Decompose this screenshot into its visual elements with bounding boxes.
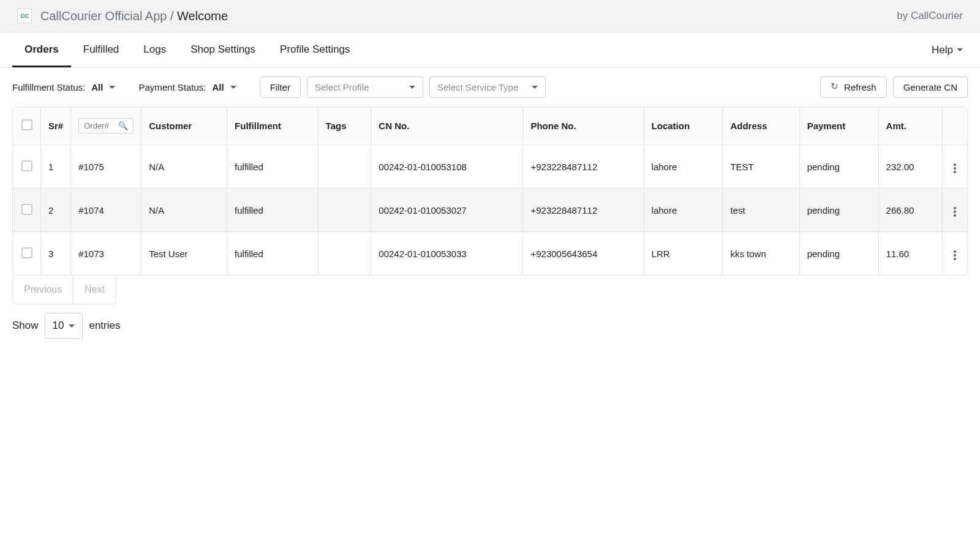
col-header-phone: Phone No. <box>523 107 644 145</box>
row-actions-menu[interactable] <box>951 161 959 176</box>
search-icon: 🔍 <box>118 121 128 130</box>
caret-down-icon <box>409 86 415 89</box>
table-row: 1 #1075 N/A fulfilled 00242-01-010053108… <box>13 145 967 189</box>
app-logo: CC <box>17 9 32 23</box>
cell-address: TEST <box>723 145 799 189</box>
cell-phone: +923005643654 <box>523 232 644 275</box>
breadcrumb: CallCourier Official App / Welcome <box>40 9 897 23</box>
col-header-fulfillment: Fulfillment <box>227 107 318 145</box>
table-row: 3 #1073 Test User fulfilled 00242-01-010… <box>13 232 967 275</box>
refresh-icon <box>831 83 839 92</box>
tab-shop-settings[interactable]: Shop Settings <box>178 32 268 67</box>
cell-phone: +923228487112 <box>523 189 644 232</box>
orders-table: Sr# 🔍 Customer Fulfillment Tags CN No. P… <box>12 107 968 276</box>
help-dropdown[interactable]: Help <box>927 38 968 62</box>
col-header-amt: Amt. <box>879 107 943 145</box>
cell-sr: 1 <box>41 145 71 189</box>
entries-row: Show 10 entries <box>0 304 980 347</box>
col-header-payment: Payment <box>800 107 879 145</box>
order-search-input[interactable] <box>84 121 115 130</box>
row-checkbox[interactable] <box>21 160 32 171</box>
cell-order: #1073 <box>71 232 141 275</box>
cell-fulfillment: fulfilled <box>227 189 318 232</box>
help-label: Help <box>932 44 953 56</box>
col-header-customer: Customer <box>141 107 227 145</box>
tab-fulfilled[interactable]: Fulfilled <box>71 32 132 67</box>
fulfillment-status-dropdown[interactable]: Fulfillment Status: All <box>12 82 115 92</box>
cell-sr: 2 <box>41 189 71 232</box>
refresh-button[interactable]: Refresh <box>820 77 887 98</box>
page-title: Welcome <box>177 9 228 23</box>
show-suffix: entries <box>89 320 120 332</box>
caret-down-icon <box>957 48 963 51</box>
tab-profile-settings[interactable]: Profile Settings <box>268 32 362 67</box>
cell-cn: 00242-01-010053027 <box>371 189 523 232</box>
pagination: Previous Next <box>12 276 116 304</box>
cell-address: test <box>723 189 799 232</box>
cell-tags <box>318 232 372 275</box>
cell-cn: 00242-01-010053033 <box>371 232 523 275</box>
row-actions-menu[interactable] <box>951 248 959 263</box>
order-search-input-wrap[interactable]: 🔍 <box>78 118 134 133</box>
tabs-row: Orders Fulfilled Logs Shop Settings Prof… <box>0 32 980 68</box>
caret-down-icon <box>109 86 115 89</box>
cell-customer: N/A <box>141 189 227 232</box>
cell-location: lahore <box>644 189 723 232</box>
cell-amt: 232.00 <box>879 145 943 189</box>
show-prefix: Show <box>12 320 39 332</box>
cell-phone: +923228487112 <box>523 145 644 189</box>
cell-fulfillment: fulfilled <box>227 145 318 189</box>
row-checkbox[interactable] <box>21 204 32 215</box>
orders-table-wrap: Sr# 🔍 Customer Fulfillment Tags CN No. P… <box>0 107 980 276</box>
col-header-actions <box>943 107 967 145</box>
cell-customer: Test User <box>141 232 227 275</box>
cell-fulfillment: fulfilled <box>227 232 318 275</box>
cell-tags <box>318 145 372 189</box>
cell-order: #1074 <box>71 189 141 232</box>
filter-button[interactable]: Filter <box>260 77 301 98</box>
cell-tags <box>318 189 372 232</box>
tab-logs[interactable]: Logs <box>131 32 178 67</box>
top-bar: CC CallCourier Official App / Welcome by… <box>0 0 980 32</box>
select-profile-dropdown[interactable]: Select Profile <box>307 77 423 98</box>
tabs: Orders Fulfilled Logs Shop Settings Prof… <box>12 32 362 67</box>
cell-location: lahore <box>644 145 723 189</box>
cell-amt: 11.60 <box>879 232 943 275</box>
col-header-tags: Tags <box>318 107 372 145</box>
col-header-order: 🔍 <box>71 107 141 145</box>
select-service-type-dropdown[interactable]: Select Service Type <box>429 77 546 98</box>
payment-status-dropdown[interactable]: Payment Status: All <box>138 82 236 92</box>
byline: by CallCourier <box>897 10 963 22</box>
tab-orders[interactable]: Orders <box>12 32 71 67</box>
cell-amt: 266.80 <box>879 189 943 232</box>
select-all-checkbox[interactable] <box>21 119 32 130</box>
prev-button[interactable]: Previous <box>13 276 74 304</box>
cell-payment: pending <box>800 189 879 232</box>
cell-customer: N/A <box>141 145 227 189</box>
col-header-sr: Sr# <box>41 107 71 145</box>
table-row: 2 #1074 N/A fulfilled 00242-01-010053027… <box>13 189 967 232</box>
row-checkbox[interactable] <box>21 247 32 258</box>
col-header-location: Location <box>644 107 723 145</box>
col-header-address: Address <box>723 107 799 145</box>
generate-cn-button[interactable]: Generate CN <box>893 77 968 98</box>
cell-sr: 3 <box>41 232 71 275</box>
next-button[interactable]: Next <box>74 276 116 304</box>
cell-cn: 00242-01-010053108 <box>371 145 523 189</box>
row-actions-menu[interactable] <box>951 204 959 219</box>
page-size-select[interactable]: 10 <box>45 313 83 339</box>
cell-address: kks town <box>723 232 799 275</box>
cell-payment: pending <box>800 145 879 189</box>
caret-down-icon <box>532 86 538 89</box>
cell-location: LRR <box>644 232 723 275</box>
cell-order: #1075 <box>71 145 141 189</box>
caret-down-icon <box>69 324 75 328</box>
col-header-cn: CN No. <box>371 107 523 145</box>
cell-payment: pending <box>800 232 879 275</box>
app-name: CallCourier Official App <box>40 9 167 23</box>
toolbar: Fulfillment Status: All Payment Status: … <box>0 68 980 107</box>
caret-down-icon <box>230 86 236 89</box>
